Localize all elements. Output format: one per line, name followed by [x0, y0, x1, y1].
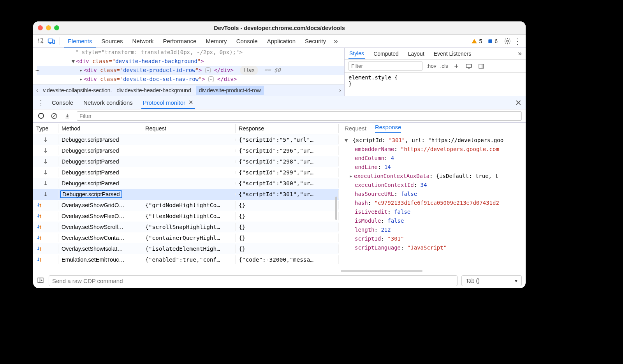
breadcrumb-item[interactable]: div.devsite-header-background [116, 87, 191, 93]
col-response[interactable]: Response [236, 124, 339, 133]
tab-security[interactable]: Security [301, 35, 330, 47]
json-property[interactable]: ▸executionContextAuxData: {isDefault: tr… [344, 172, 525, 181]
clear-icon[interactable] [50, 112, 58, 120]
protocol-filter-input[interactable] [77, 111, 522, 121]
cdp-command-input[interactable] [49, 275, 458, 286]
styles-tab-layout[interactable]: Layout [407, 49, 425, 59]
styles-tab-event-listeners[interactable]: Event Listeners [433, 49, 472, 59]
breadcrumb-scroll-left-icon[interactable]: ‹ [36, 87, 38, 94]
inspect-element-icon[interactable] [37, 37, 46, 46]
dom-node-selected[interactable]: ▸<div class="devsite-product-id-row"> ⋯ … [37, 66, 344, 75]
table-row[interactable]: ↓Debugger.scriptParsed{"scriptId":"299",… [33, 167, 339, 178]
json-property[interactable]: executionContextId: 34 [344, 181, 525, 190]
json-property[interactable]: length: 212 [344, 225, 525, 234]
table-row[interactable]: ↓Debugger.scriptParsed{"scriptId":"298",… [33, 156, 339, 167]
hov-toggle[interactable]: :hov [426, 63, 436, 69]
table-row[interactable]: Overlay.setShowGridO…{"gridNodeHighlight… [33, 200, 339, 211]
breadcrumb-item-active[interactable]: div.devsite-product-id-row [196, 86, 264, 95]
detail-tab-request[interactable]: Request [345, 125, 366, 132]
table-row[interactable]: Overlay.setShowFlexO…{"flexNodeHighlight… [33, 211, 339, 222]
zoom-window-button[interactable] [54, 25, 59, 30]
flex-badge[interactable]: flex [240, 66, 258, 75]
toggle-editor-icon[interactable] [37, 277, 45, 285]
response-cell: {"scriptId":"299","ur… [236, 168, 339, 177]
cls-toggle[interactable]: .cls [440, 63, 448, 69]
kebab-menu-icon[interactable]: ⋮ [513, 37, 522, 46]
dots-icon[interactable]: ⋯ [34, 66, 42, 75]
close-tab-icon[interactable]: ✕ [188, 99, 194, 106]
close-drawer-icon[interactable]: ✕ [515, 98, 522, 107]
target-selector[interactable]: Tab () ▾ [461, 275, 522, 286]
method-cell: Overlay.setShowScroll… [58, 223, 142, 231]
dom-node[interactable]: " style="transform: translate3d(0px, -/2… [37, 48, 344, 57]
json-property[interactable]: endLine: 14 [344, 163, 525, 172]
tab-console[interactable]: Console [232, 35, 262, 47]
computed-styles-icon[interactable] [465, 63, 473, 69]
json-root-line[interactable]: ▼ {scriptId: "301", url: "https://develo… [344, 136, 525, 145]
close-window-button[interactable] [38, 25, 43, 30]
ellipsis-icon[interactable]: ⋯ [205, 67, 211, 73]
dom-node[interactable]: ▼<div class="devsite-header-background"> [37, 57, 344, 66]
horizontal-scrollbar[interactable] [341, 270, 422, 272]
detail-tab-response[interactable]: Response [375, 124, 401, 133]
table-row[interactable]: Overlay.setShowIsolat…{"isolatedElementH… [33, 243, 339, 254]
col-method[interactable]: Method [58, 124, 142, 133]
issues-badge[interactable]: 6 [487, 38, 498, 44]
table-row[interactable]: Emulation.setEmitTouc…{"enabled":true,"c… [33, 254, 339, 265]
tab-elements[interactable]: Elements [64, 35, 96, 47]
detail-json-view[interactable]: ▼ {scriptId: "301", url: "https://develo… [339, 134, 526, 273]
col-type[interactable]: Type [33, 124, 58, 133]
tab-performance[interactable]: Performance [159, 35, 201, 47]
table-row[interactable]: ↓Debugger.scriptParsed{"scriptId":"301",… [33, 189, 339, 200]
styles-rules[interactable]: element.style { } [345, 73, 526, 88]
json-property[interactable]: embedderName: "https://developers.google… [344, 145, 525, 154]
tab-network[interactable]: Network [128, 35, 158, 47]
table-row[interactable]: Overlay.setShowConta…{"containerQueryHig… [33, 232, 339, 243]
more-tabs-icon[interactable]: » [331, 37, 340, 46]
drawer-menu-icon[interactable]: ⋮ [37, 98, 43, 107]
json-property[interactable]: scriptLanguage: "JavaScript" [344, 243, 525, 252]
device-toolbar-icon[interactable] [47, 37, 56, 46]
tab-application[interactable]: Application [263, 35, 299, 47]
request-cell: {"containerQueryHighl… [142, 234, 236, 242]
dom-node[interactable]: ▸<div class="devsite-doc-set-nav-row"> ⋯… [37, 75, 344, 84]
json-property[interactable]: endColumn: 4 [344, 154, 525, 163]
json-property[interactable]: scriptId: "301" [344, 234, 525, 243]
new-style-rule-icon[interactable] [452, 63, 461, 69]
request-cell: {"enabled":true,"conf… [142, 255, 236, 264]
drawer-tab-protocol-monitor[interactable]: Protocol monitor ✕ [141, 97, 195, 109]
bidirectional-icon [33, 244, 58, 253]
json-property[interactable]: isModule: false [344, 216, 525, 225]
drawer-tab-network-conditions[interactable]: Network conditions [82, 97, 134, 108]
table-row[interactable]: ↓Debugger.scriptParsed{"scriptId":"296",… [33, 145, 339, 156]
breadcrumb-item[interactable]: v.devsite-collapsible-section. [43, 87, 112, 93]
tab-memory[interactable]: Memory [202, 35, 231, 47]
record-icon[interactable] [37, 112, 45, 120]
warnings-badge[interactable]: 5 [471, 38, 482, 44]
save-icon[interactable] [63, 112, 71, 120]
json-property[interactable]: hash: "c9792133d1fe6f91ca05009e213e7d074… [344, 199, 525, 207]
styles-filter-input[interactable] [348, 61, 422, 71]
detail-tab-strip: Request Response [339, 123, 526, 134]
settings-icon[interactable] [503, 37, 512, 46]
method-cell: Overlay.setShowIsolat… [58, 244, 142, 253]
col-request[interactable]: Request [142, 124, 236, 133]
json-property[interactable]: hasSourceURL: false [344, 190, 525, 199]
table-row[interactable]: ↓Debugger.scriptParsed{"scriptId":"300",… [33, 178, 339, 189]
styles-tab-computed[interactable]: Computed [373, 49, 399, 59]
dom-tree[interactable]: " style="transform: translate3d(0px, -/2… [33, 48, 344, 84]
table-row[interactable]: ↓Debugger.scriptParsed{"scriptId":"5","u… [33, 134, 339, 145]
breadcrumb-scroll-right-icon[interactable]: › [339, 87, 341, 94]
tab-sources[interactable]: Sources [98, 35, 127, 47]
minimize-window-button[interactable] [46, 25, 51, 30]
scrollbar-thumb[interactable] [335, 197, 337, 220]
table-row[interactable]: Overlay.setShowScroll…{"scrollSnapHighli… [33, 222, 339, 232]
styles-tab-styles[interactable]: Styles [348, 48, 365, 59]
json-property[interactable]: isLiveEdit: false [344, 207, 525, 216]
drawer-tab-console[interactable]: Console [50, 97, 75, 108]
ellipsis-icon[interactable]: ⋯ [208, 76, 214, 82]
table-body[interactable]: ↓Debugger.scriptParsed{"scriptId":"5","u… [33, 134, 339, 265]
toggle-sidebar-icon[interactable] [477, 63, 486, 69]
request-cell [142, 160, 236, 163]
styles-more-tabs-icon[interactable]: » [518, 49, 522, 58]
